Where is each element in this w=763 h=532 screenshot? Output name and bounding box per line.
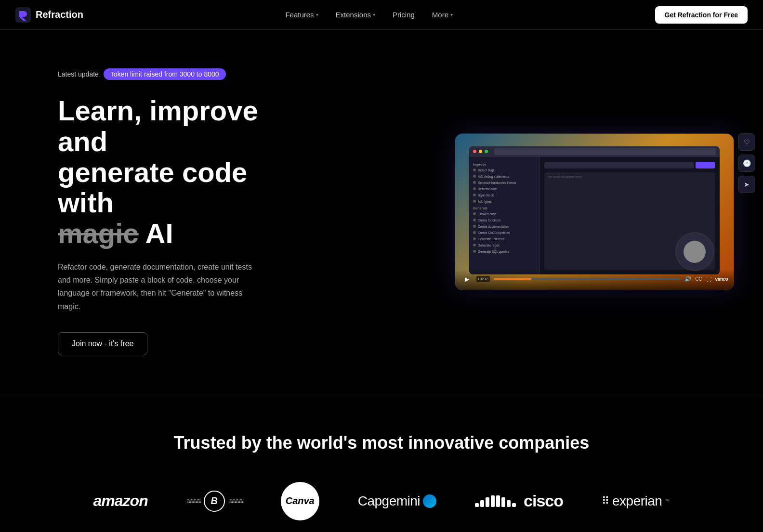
cisco-bar-7 — [507, 500, 511, 507]
get-refraction-button[interactable]: Get Refraction for Free — [655, 6, 748, 24]
browser-expand-dot — [485, 150, 488, 153]
cisco-bar-4 — [491, 495, 495, 507]
capgemini-wrapper: Capgemini — [358, 493, 436, 509]
cisco-bar-8 — [512, 503, 516, 507]
cisco-bars — [475, 495, 516, 507]
brand-name: Refraction — [36, 9, 83, 20]
logo-capgemini: Capgemini — [339, 493, 456, 509]
sidebar-create-docs: Create documentation — [469, 223, 539, 230]
bentley-wings-left: ≋≋≋≋ — [186, 497, 200, 505]
sidebar-create-cicd: Create CI/CD pipelines — [469, 230, 539, 236]
camera-pip — [675, 232, 714, 271]
progress-bar[interactable] — [494, 278, 681, 280]
volume-icon[interactable]: 🔊 — [684, 276, 691, 282]
hero-section: Latest update Token limit raised from 30… — [0, 30, 763, 394]
vimeo-logo: vimeo — [715, 276, 728, 282]
canva-circle: Canva — [281, 482, 319, 520]
browser-sidebar: Improve Detect bugs Add debug statements… — [469, 157, 539, 274]
navbar: Refraction Features ▾ Extensions ▾ Prici… — [0, 0, 763, 30]
progress-fill — [494, 278, 531, 280]
badge-pill: Token limit raised from 3000 to 8000 — [104, 68, 226, 80]
trusted-title: Trusted by the world's most innovative c… — [19, 433, 744, 453]
cc-icon[interactable]: CC — [695, 276, 702, 282]
chevron-down-icon: ▾ — [316, 12, 318, 17]
hero-video-area: Improve Detect bugs Add debug statements… — [455, 133, 734, 290]
video-side-icons: ♡ 🕐 ➤ — [738, 133, 755, 193]
cisco-bar-1 — [475, 503, 479, 507]
badge-label: Latest update — [58, 70, 99, 78]
sidebar-add-types: Add types — [469, 198, 539, 205]
logo-bentley: ≋≋≋≋ B ≋≋≋≋ — [167, 491, 262, 512]
capgemini-logo-text: Capgemini — [358, 493, 420, 509]
teach-me-button — [696, 162, 715, 169]
hero-title-line1: Learn, improve and — [58, 95, 258, 157]
bentley-b-circle: B — [204, 491, 225, 512]
chevron-down-icon: ▾ — [450, 12, 453, 17]
nav-more[interactable]: More ▾ — [424, 7, 460, 23]
experian-tm: ™ — [665, 498, 670, 504]
video-controls: ▶ 04:02 🔊 CC ⛶ vimeo — [455, 270, 734, 290]
share-icon-button[interactable]: ➤ — [738, 176, 755, 193]
badge-container: Latest update Token limit raised from 30… — [58, 68, 289, 80]
cisco-bar-6 — [501, 497, 505, 507]
nav-pricing[interactable]: Pricing — [385, 7, 422, 23]
trusted-section: Trusted by the world's most innovative c… — [0, 394, 763, 532]
sidebar-style-check: Style check — [469, 192, 539, 198]
capgemini-icon — [423, 494, 436, 508]
sidebar-detect-bugs: Detect bugs — [469, 167, 539, 173]
browser-minimize-dot — [479, 150, 482, 153]
hero-title: Learn, improve and generate code with ma… — [58, 95, 289, 249]
main-input-area — [544, 162, 715, 169]
sidebar-generate-label: Generate — [469, 205, 539, 211]
fullscreen-icon[interactable]: ⛶ — [706, 276, 711, 282]
hero-title-ai: AI — [139, 218, 173, 249]
sidebar-generate-sql: Generate SQL queries — [469, 248, 539, 255]
camera-person — [684, 241, 706, 263]
logo-canva: Canva — [262, 482, 339, 520]
logo-cisco: cisco — [456, 492, 582, 510]
play-button[interactable]: ▶ — [461, 273, 473, 285]
amazon-logo-text: amazon — [93, 492, 148, 510]
sidebar-hardcoded: Separate hardcoded literals — [469, 180, 539, 186]
experian-wrapper: ⠿ experian ™ — [602, 493, 670, 509]
video-player[interactable]: Improve Detect bugs Add debug statements… — [455, 133, 734, 290]
hero-title-strikethrough: magic — [58, 218, 139, 249]
sidebar-generate-unit-tests: Generate unit tests — [469, 236, 539, 242]
cisco-logo-text: cisco — [524, 492, 563, 510]
nav-brand-area: Refraction — [15, 7, 83, 23]
canva-logo-text: Canva — [286, 495, 315, 506]
sidebar-generate-regex: Generate regex — [469, 242, 539, 248]
join-now-button[interactable]: Join now - it's free — [58, 332, 147, 355]
sidebar-refactor: Refactor code — [469, 186, 539, 192]
history-icon-button[interactable]: 🕐 — [738, 155, 755, 172]
nav-extensions[interactable]: Extensions ▾ — [328, 7, 383, 23]
chevron-down-icon: ▾ — [373, 12, 375, 17]
cisco-bar-5 — [496, 495, 500, 507]
result-placeholder-text: The result will appear here! — [547, 175, 712, 178]
cisco-wrapper: cisco — [475, 492, 563, 510]
logo-amazon: amazon — [74, 492, 167, 510]
nav-features[interactable]: Features ▾ — [277, 7, 326, 23]
hero-description: Refactor code, generate documentation, c… — [58, 260, 260, 313]
logo-experian: ⠿ experian ™ — [582, 493, 689, 509]
video-timestamp: 04:02 — [476, 276, 490, 282]
browser-close-dot — [473, 150, 476, 153]
browser-toolbar — [469, 146, 720, 157]
brand-logo-icon — [15, 7, 31, 23]
sidebar-debug-statements: Add debug statements — [469, 173, 539, 180]
cisco-bar-3 — [486, 497, 489, 507]
hero-title-line2: generate code with — [58, 156, 247, 219]
sidebar-create-functions: Create functions — [469, 217, 539, 223]
experian-dots-icon: ⠿ — [602, 495, 609, 507]
bentley-wrapper: ≋≋≋≋ B ≋≋≋≋ — [186, 491, 242, 512]
browser-address-bar — [494, 148, 716, 155]
heart-icon-button[interactable]: ♡ — [738, 133, 755, 151]
topic-input — [544, 162, 694, 169]
cisco-bar-2 — [480, 500, 484, 507]
bentley-wings-right: ≋≋≋≋ — [229, 497, 242, 505]
nav-links: Features ▾ Extensions ▾ Pricing More ▾ — [277, 7, 460, 23]
experian-logo-text: experian — [612, 493, 662, 509]
sidebar-convert-code: Convert code — [469, 211, 539, 217]
logos-row-1: amazon ≋≋≋≋ B ≋≋≋≋ Canva Capgemini — [19, 482, 744, 520]
hero-content: Latest update Token limit raised from 30… — [58, 68, 289, 355]
